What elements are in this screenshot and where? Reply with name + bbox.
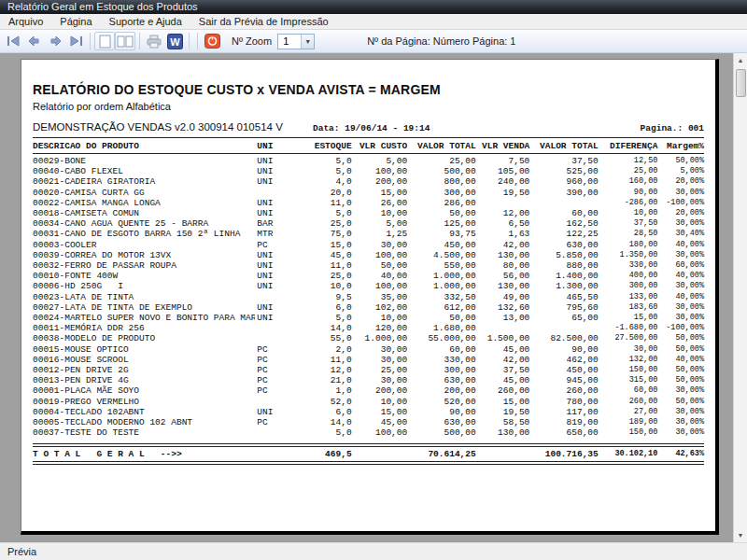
- divider: [33, 137, 704, 138]
- cell-valor-total-custo: 4.500,00: [407, 250, 475, 260]
- print-button[interactable]: [144, 32, 164, 50]
- table-row: 00029-BONE UNI 5,0 5,00 25,00 7,50 37,50…: [33, 156, 704, 166]
- cell-valor-total-venda: 945,00: [529, 375, 598, 385]
- report-system-line: DEMONSTRAÇÃO VENDAS v2.0 300914 010514 V…: [33, 121, 704, 133]
- cell-vlr-venda: 12,00: [476, 208, 530, 218]
- cell-diferenca: -1.680,00: [599, 323, 658, 333]
- col-vlr-venda: VLR VENDA: [476, 140, 530, 152]
- cell-uni: UNI: [255, 156, 289, 166]
- cell-margem: 30,00%: [657, 313, 704, 323]
- export-word-button[interactable]: W: [164, 32, 185, 50]
- close-preview-button[interactable]: [202, 32, 222, 50]
- cell-diferenca: 90,00: [599, 188, 658, 198]
- report-page-number: Pagina.: 001: [641, 123, 704, 133]
- table-row: 00032-FERRO DE PASSAR ROUPA UNI 11,0 50,…: [33, 260, 704, 271]
- cell-descricao: 00037-TESTE DO TESTE: [33, 427, 255, 438]
- cell-vlr-venda: 240,00: [476, 176, 530, 187]
- cell-estoque: 75,0: [289, 229, 352, 239]
- cell-margem: 50,00%: [657, 375, 704, 385]
- cell-vlr-custo: 120,00: [352, 323, 408, 333]
- cell-estoque: 14,0: [289, 323, 352, 333]
- cell-vlr-venda: [476, 323, 530, 333]
- toolbar-separator: [189, 33, 190, 49]
- menu-pagina[interactable]: Página: [51, 14, 100, 30]
- toolbar-separator: [197, 33, 198, 49]
- cell-estoque: 10,0: [289, 281, 352, 291]
- col-diferenca: DIFERENÇA: [599, 140, 658, 152]
- cell-valor-total-venda: 780,00: [529, 397, 598, 407]
- cell-descricao: 00020-CAMISA CURTA GG: [33, 188, 255, 198]
- cell-descricao: 00031-CANO DE ESGOTO BARRA 150 2ª LINHA: [33, 229, 255, 239]
- total-diferenca: 30.102,10: [599, 447, 658, 461]
- next-page-button[interactable]: [45, 32, 65, 50]
- menu-sair-da-previa[interactable]: Sair da Prévia de Impressão: [190, 14, 337, 30]
- window-title: Relatório Geral em Estoque dos Produtos: [7, 1, 198, 12]
- scroll-down-icon[interactable]: ▼: [734, 528, 747, 542]
- cell-vlr-custo: 1,25: [352, 229, 408, 239]
- cell-valor-total-venda: 960,00: [529, 176, 598, 187]
- cell-uni: [255, 333, 289, 343]
- cell-margem: 30,00%: [657, 188, 704, 198]
- cell-vlr-venda: [476, 198, 530, 208]
- cell-uni: BAR: [255, 218, 289, 229]
- cell-valor-total-custo: 520,00: [407, 397, 475, 407]
- cell-diferenca: 330,00: [599, 260, 658, 271]
- cell-descricao: 00012-PEN DRIVE 2G: [33, 365, 255, 375]
- cell-margem: 30,00%: [657, 407, 704, 417]
- cell-estoque: 11,0: [289, 355, 352, 365]
- table-row: 00040-CABO FLEXEL UNI 5,0 100,00 500,00 …: [33, 166, 704, 176]
- cell-valor-total-custo: 50,00: [407, 208, 475, 218]
- menu-suporte-e-ajuda[interactable]: Suporte e Ajuda: [101, 14, 190, 30]
- cell-valor-total-venda: 1.300,00: [529, 281, 598, 291]
- cell-diferenca: 315,00: [599, 375, 658, 385]
- cell-descricao: 00003-COOLER: [33, 240, 255, 250]
- cell-vlr-venda: 49,00: [476, 292, 530, 302]
- cell-valor-total-custo: 500,00: [407, 166, 475, 176]
- cell-valor-total-venda: 450,00: [529, 365, 598, 375]
- first-page-button[interactable]: [4, 32, 24, 50]
- cell-estoque: 5,0: [289, 208, 352, 218]
- cell-descricao: 00004-TECLADO 102ABNT: [33, 407, 255, 417]
- cell-descricao: 00019-PREGO VERMELHO: [33, 397, 255, 407]
- single-page-view-button[interactable]: [94, 32, 115, 50]
- cell-valor-total-venda: 465,50: [529, 292, 598, 302]
- cell-diferenca: 150,00: [599, 427, 658, 438]
- cell-diferenca: 25,00: [599, 166, 658, 176]
- cell-uni: PC: [255, 344, 289, 355]
- cell-vlr-custo: 25,00: [352, 365, 408, 375]
- cell-uni: [255, 292, 289, 302]
- cell-vlr-custo: 30,00: [352, 344, 408, 355]
- cell-estoque: 2,0: [289, 344, 352, 355]
- cell-vlr-custo: 102,00: [352, 302, 408, 313]
- cell-valor-total-venda: 90,00: [529, 344, 598, 355]
- table-row: 00003-COOLER PC 15,0 30,00 450,00 42,00 …: [33, 240, 704, 250]
- cell-vlr-custo: 100,00: [352, 166, 408, 176]
- vertical-scrollbar[interactable]: ▲ ▼: [733, 53, 747, 542]
- cell-valor-total-venda: 37,50: [529, 156, 598, 166]
- cell-valor-total-venda: 162,50: [529, 218, 598, 229]
- cell-vlr-venda: 58,50: [476, 417, 530, 427]
- word-export-icon: W: [167, 34, 183, 49]
- cell-vlr-custo: 100,00: [352, 281, 408, 291]
- table-row: 00016-MOUSE SCROOL PC 11,0 30,00 330,00 …: [33, 355, 704, 365]
- cell-vlr-venda: 132,60: [476, 302, 530, 313]
- statusbar: Prévia: [0, 542, 747, 560]
- scroll-up-icon[interactable]: ▲: [734, 53, 747, 67]
- cell-margem: 40,00%: [657, 240, 704, 250]
- col-margem: Margem%: [657, 140, 704, 152]
- cell-diferenca: 1.350,00: [599, 250, 658, 260]
- table-row: 00015-MOUSE OPTICO PC 2,0 30,00 60,00 45…: [33, 344, 704, 355]
- cell-valor-total-venda: 650,00: [529, 427, 598, 438]
- cell-valor-total-custo: 550,00: [407, 260, 475, 271]
- total-row: T O T A L G E R A L -->> 469,5 70.614,25…: [33, 447, 704, 461]
- cell-vlr-venda: 80,00: [476, 260, 530, 271]
- double-divider: [33, 461, 704, 465]
- two-pages-view-button[interactable]: [115, 32, 135, 50]
- menu-arquivo[interactable]: Arquivo: [0, 14, 51, 30]
- zoom-select[interactable]: 1 ▼: [277, 34, 315, 49]
- scrollbar-thumb[interactable]: [736, 69, 746, 97]
- cell-vlr-venda: 42,00: [476, 240, 530, 250]
- last-page-button[interactable]: [65, 32, 86, 50]
- chevron-down-icon[interactable]: ▼: [301, 35, 314, 49]
- prev-page-button[interactable]: [24, 32, 45, 50]
